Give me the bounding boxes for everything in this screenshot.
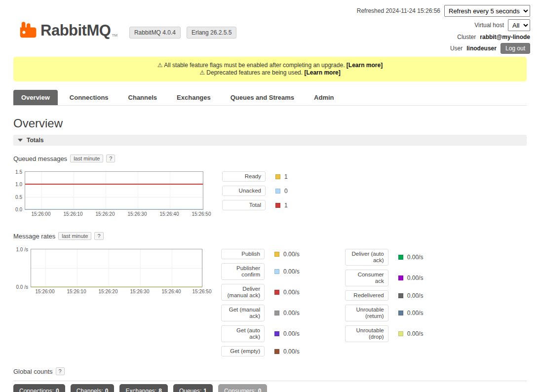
- consumer-ack-color-swatch: [398, 275, 403, 280]
- divider: [13, 381, 527, 381]
- legend-value: 0: [284, 188, 288, 195]
- queued-messages-legend: Ready 1 Unacked 0 Total 1: [222, 171, 288, 214]
- pill-value: 1: [203, 388, 207, 392]
- redelivered-color-swatch: [398, 293, 403, 298]
- legend-row-unroutable-return: Unroutable (return) 0.00/s: [345, 305, 424, 321]
- gridline: [31, 268, 202, 269]
- virtual-host-select[interactable]: All: [508, 19, 530, 31]
- legend-label: Unacked: [222, 186, 266, 196]
- tab-overview[interactable]: Overview: [13, 90, 58, 105]
- global-counts-help-icon[interactable]: ?: [56, 367, 65, 375]
- logo-area: RabbitMQ TM RabbitMQ 4.0.4 Erlang 26.2.5…: [18, 4, 236, 54]
- global-counts-heading-row: Global counts ?: [13, 367, 527, 375]
- feature-flags-learn-more-link[interactable]: [Learn more]: [347, 62, 383, 69]
- deliver-manual-ack-color-swatch: [274, 290, 279, 295]
- legend-row-get-manual-ack: Get (manual ack) 0.00/s: [221, 305, 300, 321]
- legend-value: 0.00/s: [407, 254, 424, 261]
- rates-chart-plot-area: [31, 249, 202, 287]
- pill-label: Channels:: [77, 388, 103, 392]
- get-auto-ack-color-swatch: [274, 331, 279, 336]
- legend-label: Consumer ack: [345, 270, 388, 286]
- pill-label: Consumers:: [224, 388, 256, 392]
- queued-messages-help-icon[interactable]: ?: [106, 155, 115, 162]
- get-manual-ack-color-swatch: [274, 311, 279, 315]
- tab-admin[interactable]: Admin: [306, 90, 342, 105]
- queued-messages-heading-row: Queued messages last minute ?: [13, 155, 527, 162]
- connections-count-pill[interactable]: Connections:0: [13, 384, 65, 392]
- legend-value: 0.00/s: [283, 348, 300, 355]
- legend-label: Deliver (auto ack): [345, 249, 388, 266]
- deliver-auto-ack-color-swatch: [398, 255, 403, 260]
- cluster-label: Cluster: [457, 34, 476, 40]
- y-tick: 1.0: [15, 182, 22, 187]
- rabbitmq-version-badge: RabbitMQ 4.0.4: [129, 27, 181, 39]
- queued-messages-chart: 1.5 1.0 0.5 0.0: [13, 171, 203, 218]
- zero-rate-series-line: [31, 286, 202, 287]
- gridline: [25, 197, 203, 197]
- legend-value: 0.00/s: [283, 289, 300, 296]
- legend-value: 0.00/s: [407, 330, 424, 337]
- tab-exchanges[interactable]: Exchanges: [169, 90, 219, 105]
- virtual-host-row: Virtual host All: [474, 19, 530, 31]
- gridline: [77, 249, 77, 287]
- version-badges: RabbitMQ 4.0.4 Erlang 26.2.5.5: [129, 27, 236, 39]
- message-rates-help-icon[interactable]: ?: [94, 232, 103, 240]
- totals-section-toggle[interactable]: Totals: [13, 135, 527, 146]
- legend-row-ready: Ready 1: [222, 171, 288, 182]
- x-tick: 15:26:10: [64, 211, 83, 217]
- pill-value: 0: [56, 388, 59, 392]
- consumers-count-pill[interactable]: Consumers:0: [218, 384, 267, 392]
- gridline: [202, 172, 202, 209]
- tab-queues-and-streams[interactable]: Queues and Streams: [223, 90, 302, 105]
- legend-label: Unroutable (drop): [345, 325, 388, 342]
- y-tick: 0.0: [15, 207, 22, 212]
- queued-messages-range-badge[interactable]: last minute: [70, 155, 103, 162]
- refresh-row: Refreshed 2024-11-24 15:26:56 Refresh ev…: [357, 5, 530, 17]
- legend-label: Unroutable (return): [345, 305, 388, 321]
- header: RabbitMQ TM RabbitMQ 4.0.4 Erlang 26.2.5…: [0, 0, 540, 54]
- legend-row-publisher-confirm: Publisher confirm 0.00/s: [221, 263, 300, 280]
- unacked-color-swatch: [275, 189, 280, 194]
- legend-row-redelivered: Redelivered 0.00/s: [345, 290, 424, 301]
- legend-label: Total: [222, 200, 266, 210]
- legend-row-get-auto-ack: Get (auto ack) 0.00/s: [221, 325, 300, 342]
- message-rates-range-badge[interactable]: last minute: [58, 232, 91, 240]
- legend-label: Publisher confirm: [221, 263, 265, 280]
- get-empty-color-swatch: [274, 349, 279, 354]
- legend-row-deliver-auto-ack: Deliver (auto ack) 0.00/s: [345, 249, 424, 266]
- legend-row-consumer-ack: Consumer ack 0.00/s: [345, 270, 424, 286]
- channels-count-pill[interactable]: Channels:0: [71, 384, 115, 392]
- y-tick: 0.5: [15, 195, 22, 200]
- x-tick: 15:26:30: [128, 211, 147, 217]
- x-tick: 15:26:20: [96, 211, 115, 217]
- queued-chart-y-axis: 1.5 1.0 0.5 0.0: [13, 171, 22, 210]
- refresh-interval-select[interactable]: Refresh every 5 seconds: [444, 5, 530, 17]
- legend-label: Get (manual ack): [221, 305, 265, 321]
- publisher-confirm-color-swatch: [274, 269, 279, 274]
- tab-channels[interactable]: Channels: [120, 90, 165, 105]
- cluster-row: Cluster rabbit@my-linode: [457, 34, 530, 40]
- legend-label: Get (auto ack): [221, 325, 265, 342]
- legend-row-total: Total 1: [222, 200, 288, 210]
- unacked-series-line: [25, 209, 203, 209]
- logout-button[interactable]: Log out: [501, 43, 530, 54]
- user-name: linodeuser: [466, 45, 497, 52]
- publish-color-swatch: [274, 252, 279, 257]
- tab-connections[interactable]: Connections: [62, 90, 116, 105]
- gridline: [172, 249, 172, 287]
- message-rates-legend-right: Deliver (auto ack) 0.00/s Consumer ack 0…: [345, 249, 424, 346]
- x-tick: 15:26:00: [32, 211, 51, 217]
- erlang-version-badge: Erlang 26.2.5.5: [187, 27, 236, 39]
- global-counts-heading: Global counts: [13, 368, 53, 375]
- legend-value: 1: [284, 202, 288, 209]
- deprecated-learn-more-link[interactable]: [Learn more]: [304, 69, 340, 76]
- x-tick: 15:26:00: [36, 289, 55, 294]
- message-rates-heading: Message rates: [13, 233, 55, 240]
- queues-count-pill[interactable]: Queues:1: [173, 384, 213, 392]
- y-tick: 1.0 /s: [16, 247, 28, 252]
- gridline: [140, 249, 141, 287]
- rabbitmq-logo[interactable]: RabbitMQ TM: [18, 21, 117, 40]
- x-tick: 15:26:50: [193, 289, 212, 294]
- rates-chart-y-axis: 1.0 /s 0.0 /s: [13, 249, 28, 287]
- exchanges-count-pill[interactable]: Exchanges:8: [119, 384, 167, 392]
